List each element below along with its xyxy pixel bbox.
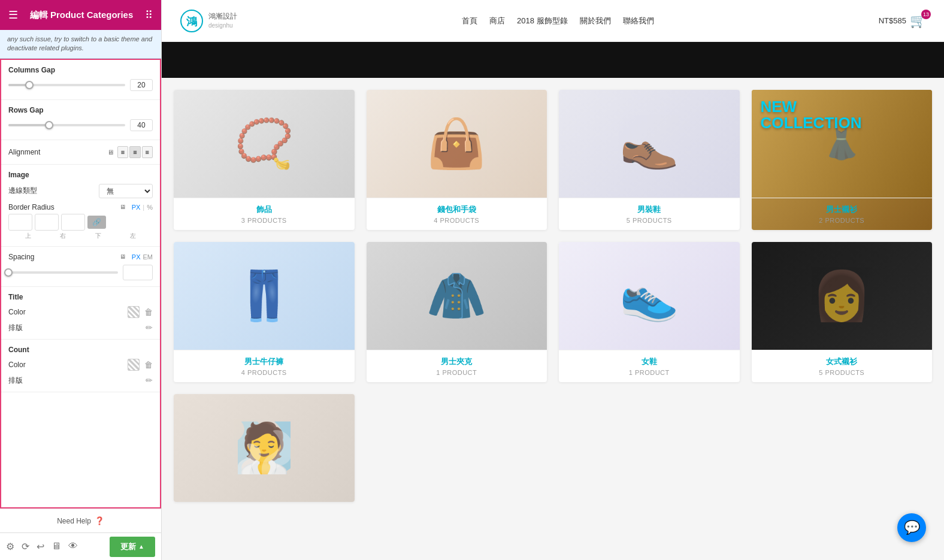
- logo-text: 鴻漸設計designhu: [208, 12, 237, 29]
- spacing-screen-icon: 🖥: [120, 253, 126, 260]
- top-bar: ☰ 編輯 Product Categories ⠿: [0, 0, 161, 30]
- rows-gap-slider[interactable]: [8, 120, 125, 131]
- cart-area: NT$585 🛒 13: [879, 13, 926, 29]
- border-radius-row: Border Radius 🖥 PX | %: [8, 203, 153, 211]
- nav-contact[interactable]: 聯絡我們: [623, 16, 654, 26]
- products-grid: 📿 飾品 3 PRODUCTS 👜 錢包和手袋 4 PRODUCTS: [174, 90, 932, 382]
- dir-bottom: 下: [95, 232, 101, 240]
- border-radius-directions: 上 右 下 左: [8, 232, 153, 240]
- desktop-icon[interactable]: 🖥: [52, 541, 61, 552]
- grid-icon[interactable]: ⠿: [145, 8, 153, 22]
- product-image: 👞: [559, 90, 740, 198]
- spacing-em-btn[interactable]: EM: [143, 253, 153, 261]
- alignment-section: Alignment 🖥 ≡ ≡ ≡: [1, 140, 160, 165]
- border-radius-link-button[interactable]: 🔗: [87, 216, 106, 229]
- spacing-px-btn[interactable]: PX: [132, 253, 141, 261]
- border-radius-px-btn[interactable]: PX: [132, 204, 141, 211]
- rows-gap-section: Rows Gap 40: [1, 100, 160, 140]
- nav-catalog[interactable]: 2018 服飾型錄: [517, 16, 568, 26]
- spacing-slider-row: [8, 265, 153, 280]
- undo-icon[interactable]: ↩: [37, 541, 44, 552]
- product-info: 男裝鞋 5 PRODUCTS: [559, 198, 740, 230]
- dir-top: 上: [25, 232, 31, 240]
- title-color-swatch[interactable]: [128, 306, 140, 318]
- help-icon[interactable]: ❓: [95, 516, 104, 525]
- partial-row: 🧖: [174, 394, 932, 502]
- count-color-delete-icon[interactable]: 🗑: [144, 360, 153, 370]
- product-image: 👩: [752, 242, 933, 350]
- product-card[interactable]: 👜 錢包和手袋 4 PRODUCTS: [367, 90, 547, 230]
- border-type-select[interactable]: 無 Solid Dashed Dotted: [99, 184, 153, 198]
- columns-gap-slider-row: 20: [8, 79, 153, 91]
- product-info: 女鞋 1 PRODUCT: [559, 350, 740, 382]
- border-radius-percent-btn[interactable]: %: [147, 204, 153, 211]
- product-info: 男士襯衫 2 PRODUCTS: [752, 198, 933, 230]
- history-icon[interactable]: ⟳: [22, 541, 29, 552]
- product-card[interactable]: 👖 男士牛仔褲 4 PRODUCTS: [174, 242, 355, 382]
- product-image: 🧥: [367, 242, 547, 350]
- spacing-slider[interactable]: [8, 267, 118, 278]
- columns-gap-slider[interactable]: [8, 80, 125, 90]
- product-card[interactable]: 🧥 男士夾克 1 PRODUCT: [367, 242, 547, 382]
- product-card[interactable]: 🧖: [174, 394, 355, 502]
- product-card[interactable]: 👞 男裝鞋 5 PRODUCTS: [559, 90, 740, 230]
- preview-icon[interactable]: 👁: [68, 541, 78, 552]
- count-typo-edit-icon[interactable]: ✏: [146, 376, 153, 385]
- columns-gap-input[interactable]: 20: [130, 79, 153, 91]
- align-right-button[interactable]: ≡: [142, 146, 153, 158]
- count-section-label: Count: [8, 346, 153, 354]
- update-button[interactable]: 更新 ▲: [110, 537, 155, 557]
- product-card[interactable]: 👗 NEWCOLLECTION 男士襯衫 2 PRODUCTS: [752, 90, 933, 230]
- count-section: Count Color 🗑 排版 ✏: [1, 340, 160, 392]
- product-name: 男士牛仔褲: [180, 356, 349, 367]
- title-color-delete-icon[interactable]: 🗑: [144, 307, 153, 317]
- rows-gap-label: Rows Gap: [8, 106, 153, 114]
- border-radius-label: Border Radius: [8, 203, 117, 211]
- count-color-swatch[interactable]: [128, 359, 140, 371]
- product-card[interactable]: 👟 女鞋 1 PRODUCT: [559, 242, 740, 382]
- product-count: 1 PRODUCT: [565, 369, 734, 376]
- product-info: 飾品 3 PRODUCTS: [174, 198, 355, 230]
- nav-menu: 首頁 商店 2018 服飾型錄 關於我們 聯絡我們: [462, 16, 654, 26]
- align-left-button[interactable]: ≡: [117, 146, 128, 158]
- product-image: 👟: [559, 242, 740, 350]
- border-radius-bottom-input[interactable]: [61, 214, 85, 231]
- bottom-toolbar: ⚙ ⟳ ↩ 🖥 👁 更新 ▲: [0, 532, 161, 560]
- messenger-bubble[interactable]: 💬: [897, 513, 926, 542]
- title-color-label: Color: [8, 308, 123, 316]
- nav-about[interactable]: 關於我們: [580, 16, 611, 26]
- cart-badge: 13: [921, 10, 931, 19]
- nav-home[interactable]: 首頁: [462, 16, 477, 26]
- product-card[interactable]: 👩 女式襯衫 5 PRODUCTS: [752, 242, 933, 382]
- product-name: 男士襯衫: [758, 204, 927, 215]
- warning-text: any such issue, try to switch to a basic…: [7, 35, 152, 52]
- count-color-label: Color: [8, 361, 123, 369]
- product-name: 女式襯衫: [758, 356, 927, 367]
- title-typo-edit-icon[interactable]: ✏: [146, 323, 153, 332]
- rows-gap-input[interactable]: 40: [130, 119, 153, 131]
- cart-icon-wrap[interactable]: 🛒 13: [910, 13, 926, 29]
- rows-gap-slider-row: 40: [8, 119, 153, 131]
- product-image: 👖: [174, 242, 355, 350]
- left-panel: ☰ 編輯 Product Categories ⠿ any such issue…: [0, 0, 162, 560]
- settings-icon[interactable]: ⚙: [6, 541, 14, 552]
- product-count: 1 PRODUCT: [373, 369, 541, 376]
- nav-shop[interactable]: 商店: [489, 16, 505, 26]
- spacing-section: Spacing 🖥 PX EM: [1, 247, 160, 287]
- product-card[interactable]: 📿 飾品 3 PRODUCTS: [174, 90, 355, 230]
- panel-title: 編輯 Product Categories: [30, 10, 134, 21]
- product-count: 5 PRODUCTS: [758, 369, 927, 376]
- border-radius-right-input[interactable]: [35, 214, 59, 231]
- align-center-button[interactable]: ≡: [129, 146, 140, 158]
- border-radius-top-input[interactable]: [8, 214, 32, 231]
- update-label: 更新: [120, 541, 136, 552]
- columns-gap-label: Columns Gap: [8, 66, 153, 74]
- hamburger-icon[interactable]: ☰: [8, 8, 18, 22]
- panel-footer: Need Help ❓: [0, 508, 161, 532]
- title-color-row: Color 🗑: [8, 306, 153, 318]
- product-count: 4 PRODUCTS: [373, 217, 541, 224]
- border-radius-screen-icon: 🖥: [120, 204, 126, 210]
- product-count: 5 PRODUCTS: [565, 217, 734, 224]
- site-header: 鴻 鴻漸設計designhu 首頁 商店 2018 服飾型錄 關於我們 聯絡我們…: [162, 0, 944, 42]
- spacing-input[interactable]: [123, 265, 153, 280]
